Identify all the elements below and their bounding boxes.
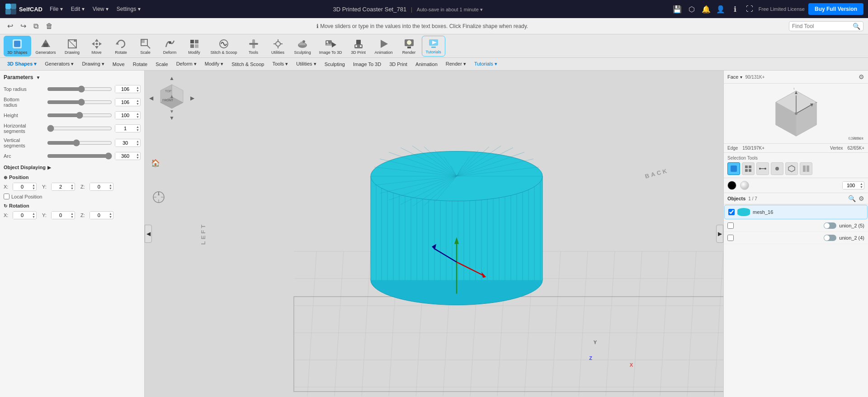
- bottom-radius-slider[interactable]: [47, 99, 112, 106]
- tool-deform[interactable]: Deform: [158, 36, 182, 57]
- rot-x-input[interactable]: [13, 212, 31, 219]
- nav-3d-print[interactable]: 3D Print: [386, 60, 411, 68]
- vseg-slider[interactable]: [47, 139, 112, 147]
- save-icon[interactable]: 💾: [672, 4, 683, 14]
- top-radius-down[interactable]: ▼: [135, 89, 140, 92]
- position-header[interactable]: ⊕ Position: [4, 175, 141, 180]
- fullscreen-icon[interactable]: ⛶: [744, 4, 755, 14]
- right-panel-toggle[interactable]: ▶: [716, 225, 723, 243]
- rot-z-input[interactable]: [90, 212, 108, 219]
- nav-render[interactable]: Render ▾: [442, 60, 470, 68]
- tool-render[interactable]: Render: [397, 36, 421, 57]
- face-settings-icon[interactable]: ⚙: [859, 73, 864, 80]
- arc-input[interactable]: [115, 152, 135, 160]
- bottom-radius-up[interactable]: ▲: [135, 99, 140, 102]
- object-item-union-2-5[interactable]: union_2 (5): [724, 220, 868, 232]
- view-menu[interactable]: View ▾: [89, 4, 112, 14]
- duplicate-button[interactable]: ⧉: [31, 20, 41, 32]
- home-icon-button[interactable]: 🏠: [151, 159, 160, 167]
- info-icon[interactable]: ℹ: [730, 4, 741, 14]
- find-tool-input[interactable]: [792, 23, 851, 29]
- nav-generators[interactable]: Generators ▾: [41, 60, 77, 68]
- pos-y-input[interactable]: [52, 183, 70, 190]
- face-selector[interactable]: Face ▾: [727, 74, 742, 80]
- local-position-checkbox[interactable]: [4, 194, 9, 199]
- nav-down-arrow[interactable]: ▼: [149, 115, 194, 121]
- settings-menu[interactable]: Settings ▾: [113, 4, 144, 14]
- vseg-input[interactable]: [115, 139, 135, 147]
- right-view-cube[interactable]: ↑ →: [767, 86, 826, 141]
- tool-3d-shapes[interactable]: 3D Shapes: [4, 36, 31, 57]
- pos-z-down[interactable]: ▼: [108, 187, 113, 190]
- nav-tools[interactable]: Tools ▾: [269, 60, 292, 68]
- nav-tutorials[interactable]: Tutorials ▾: [471, 60, 501, 68]
- nav-move[interactable]: Move: [109, 60, 128, 68]
- tool-rotate[interactable]: Rotate: [109, 36, 133, 57]
- left-panel-toggle[interactable]: ◀: [145, 225, 152, 243]
- nav-cube-container[interactable]: ▲ ◀ TOP FRON: [149, 75, 194, 121]
- tool-image-to-3d[interactable]: Image To 3D: [316, 36, 346, 57]
- tool-stitch-scoop[interactable]: Stitch & Scoop: [207, 36, 241, 57]
- height-slider[interactable]: [47, 112, 112, 119]
- rot-z-up[interactable]: ▲: [108, 212, 113, 215]
- sel-group-btn[interactable]: [800, 162, 812, 175]
- height-up[interactable]: ▲: [135, 112, 140, 115]
- mesh-16-checkbox[interactable]: [728, 209, 735, 215]
- nav-3d-shapes[interactable]: 3D Shapes ▾: [4, 60, 40, 68]
- rot-x-up[interactable]: ▲: [31, 212, 36, 215]
- union-2-4-checkbox[interactable]: [727, 235, 734, 241]
- hseg-up[interactable]: ▲: [135, 125, 140, 128]
- arc-up[interactable]: ▲: [135, 153, 140, 156]
- edit-menu[interactable]: Edit ▾: [67, 4, 88, 14]
- undo-button[interactable]: ↩: [5, 20, 16, 32]
- pos-z-up[interactable]: ▲: [108, 184, 113, 187]
- union-2-5-checkbox[interactable]: [727, 222, 734, 229]
- app-logo[interactable]: SelfCAD: [5, 3, 42, 15]
- arc-slider[interactable]: [47, 152, 112, 160]
- pos-x-input[interactable]: [13, 183, 31, 190]
- opacity-up[interactable]: ▲: [859, 182, 864, 185]
- notification-icon[interactable]: 🔔: [701, 4, 712, 14]
- rot-x-down[interactable]: ▼: [31, 215, 36, 218]
- nav-rotate[interactable]: Rotate: [129, 60, 151, 68]
- rot-y-input[interactable]: [52, 212, 70, 219]
- color-swatch[interactable]: [727, 181, 736, 190]
- hseg-down[interactable]: ▼: [135, 128, 140, 132]
- opacity-input[interactable]: [843, 182, 859, 189]
- object-item-union-2-4[interactable]: union_2 (4): [724, 232, 868, 244]
- tool-scale[interactable]: Scale: [134, 36, 157, 57]
- sel-face-btn[interactable]: [727, 162, 740, 175]
- tool-tools[interactable]: Tools: [242, 36, 265, 57]
- tool-animation[interactable]: Animation: [371, 36, 396, 57]
- tool-3d-print[interactable]: 3D Print: [347, 36, 370, 57]
- union-2-5-toggle[interactable]: [824, 222, 836, 229]
- delete-button[interactable]: 🗑: [43, 20, 56, 32]
- redo-button[interactable]: ↪: [18, 20, 29, 32]
- nav-drawing[interactable]: Drawing ▾: [78, 60, 108, 68]
- pos-x-down[interactable]: ▼: [31, 187, 36, 190]
- bottom-radius-input[interactable]: [115, 99, 135, 106]
- opacity-down[interactable]: ▼: [859, 185, 864, 189]
- objects-search-icon[interactable]: 🔍: [848, 195, 856, 202]
- nav-right-arrow[interactable]: ▶: [190, 95, 194, 101]
- compass[interactable]: [152, 190, 165, 205]
- rot-z-down[interactable]: ▼: [108, 215, 113, 218]
- sel-object-btn[interactable]: [785, 162, 798, 175]
- bottom-radius-down[interactable]: ▼: [135, 102, 140, 105]
- pos-y-down[interactable]: ▼: [70, 187, 75, 190]
- nav-left-arrow[interactable]: ◀: [149, 95, 153, 101]
- nav-image-to-3d[interactable]: Image To 3D: [349, 60, 385, 68]
- nav-scale[interactable]: Scale: [152, 60, 172, 68]
- union-2-4-toggle[interactable]: [824, 235, 836, 241]
- nav-stitch-scoop[interactable]: Stitch & Scoop: [228, 60, 268, 68]
- nav-animation[interactable]: Animation: [412, 60, 441, 68]
- tool-utilities[interactable]: Utilities: [266, 36, 290, 57]
- pos-x-up[interactable]: ▲: [31, 184, 36, 187]
- pos-z-input[interactable]: [90, 183, 108, 190]
- file-menu[interactable]: File ▾: [46, 4, 66, 14]
- buy-button[interactable]: Buy Full Version: [808, 3, 863, 15]
- rot-y-down[interactable]: ▼: [70, 215, 75, 218]
- sel-all-btn[interactable]: [742, 162, 755, 175]
- tool-generators[interactable]: Generators: [32, 36, 60, 57]
- tool-tutorials[interactable]: Tutorials: [422, 36, 445, 57]
